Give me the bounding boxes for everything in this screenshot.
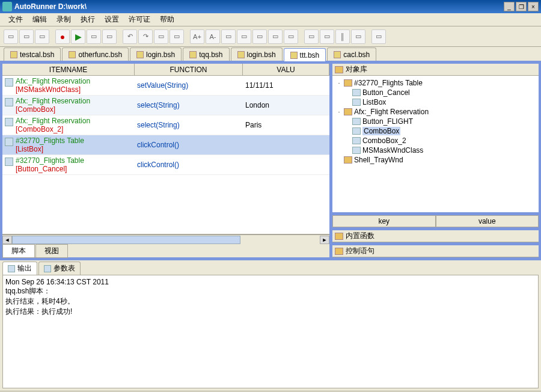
font-dec-icon[interactable]: A- xyxy=(206,29,220,44)
toolbar-btn-13[interactable]: ▭ xyxy=(320,29,334,44)
tab-view[interactable]: 视图 xyxy=(35,244,68,258)
font-inc-icon[interactable]: A+ xyxy=(190,29,204,44)
control-statements-panel[interactable]: 控制语句 xyxy=(332,245,539,258)
file-icon xyxy=(237,51,245,58)
record-icon[interactable]: ● xyxy=(55,29,70,44)
cell-value[interactable] xyxy=(243,144,329,146)
file-tab-label: login.bsh xyxy=(146,51,175,59)
cell-function[interactable]: setValue(String) xyxy=(135,80,243,91)
menu-bar: 文件编辑录制执行设置许可证帮助 xyxy=(0,13,541,26)
table-row[interactable]: Afx:_Flight Reservation[ComboBox]select(… xyxy=(2,96,329,115)
toolbar-btn-8[interactable]: ▭ xyxy=(237,29,251,44)
output-icon xyxy=(8,265,15,272)
kv-value-header[interactable]: value xyxy=(436,215,539,227)
toolbar-save-icon[interactable]: ▭ xyxy=(35,29,49,44)
tab-script[interactable]: 脚本 xyxy=(2,244,35,258)
close-button[interactable]: × xyxy=(528,2,539,11)
toolbar-btn-14[interactable]: ║ xyxy=(335,29,350,44)
table-row[interactable]: #32770_Flights Table[Button_Cancel]click… xyxy=(2,155,329,175)
cell-value[interactable]: Paris xyxy=(243,120,329,130)
cell-function[interactable]: clickControl() xyxy=(135,159,243,170)
file-tab-0[interactable]: testcal.bsh xyxy=(4,47,61,61)
tree-item[interactable]: Button_Cancel xyxy=(335,88,536,97)
menu-1[interactable]: 编辑 xyxy=(28,14,52,25)
toolbar-btn-12[interactable]: ▭ xyxy=(304,29,319,44)
col-itemname[interactable]: ITEMNAME xyxy=(2,64,135,75)
toolbar-btn-6[interactable]: ▭ xyxy=(170,29,184,44)
item-sub: [ComboBox_2] xyxy=(16,125,90,133)
toolbar-btn-5[interactable]: ▭ xyxy=(154,29,168,44)
cell-function[interactable]: select(String) xyxy=(135,100,243,111)
key-value-panel: key value xyxy=(332,215,539,228)
col-function[interactable]: FUNCTION xyxy=(135,64,243,75)
toolbar-btn-2[interactable]: ▭ xyxy=(102,29,117,44)
play-icon[interactable]: ▶ xyxy=(71,29,85,44)
file-tab-4[interactable]: login.bsh xyxy=(231,47,283,61)
table-row[interactable]: Afx:_Flight Reservation[MSMaskWndClass]s… xyxy=(2,76,329,96)
toolbar-btn-9[interactable]: ▭ xyxy=(252,29,267,44)
menu-4[interactable]: 设置 xyxy=(100,14,124,25)
app-icon xyxy=(2,2,12,11)
scroll-right-icon[interactable]: ► xyxy=(320,236,329,244)
toolbar-btn-3[interactable]: ↶ xyxy=(123,29,137,44)
tree-item[interactable]: MSMaskWndClass xyxy=(335,145,536,155)
toolbar-btn-1[interactable]: ▭ xyxy=(87,29,101,44)
scroll-left-icon[interactable]: ◄ xyxy=(2,236,12,244)
tab-output[interactable]: 输出 xyxy=(2,262,37,275)
minimize-button[interactable]: _ xyxy=(504,2,515,11)
tree-label: MSMaskWndClass xyxy=(362,146,423,155)
expand-icon[interactable]: - xyxy=(336,109,342,115)
folder-icon xyxy=(344,156,352,164)
tree-item[interactable]: ListBox xyxy=(335,97,536,107)
cell-value[interactable]: London xyxy=(243,100,329,111)
cell-value[interactable]: 11/11/11 xyxy=(243,80,329,91)
tree-item[interactable]: Shell_TrayWnd xyxy=(335,155,536,165)
cell-value[interactable] xyxy=(243,164,329,166)
file-tab-label: otherfunc.bsh xyxy=(78,51,122,59)
toolbar-btn-11[interactable]: ▭ xyxy=(284,29,298,44)
col-value[interactable]: VALU xyxy=(243,64,329,75)
output-text[interactable]: Mon Sep 26 16:34:13 CST 2011 tqq.bsh脚本： … xyxy=(2,275,539,388)
file-tab-1[interactable]: otherfunc.bsh xyxy=(62,47,129,61)
toolbar: ▭ ▭ ▭ ● ▶ ▭ ▭ ↶ ↷ ▭ ▭ A+ A- ▭ ▭ ▭ ▭ ▭ ▭ … xyxy=(0,26,541,47)
scroll-thumb[interactable] xyxy=(12,236,240,244)
toolbar-btn-10[interactable]: ▭ xyxy=(268,29,283,44)
menu-5[interactable]: 许可证 xyxy=(124,14,155,25)
tree-item[interactable]: -Afx:_Flight Reservation xyxy=(335,107,536,117)
toolbar-btn-7[interactable]: ▭ xyxy=(221,29,236,44)
toolbar-btn-4[interactable]: ↷ xyxy=(138,29,153,44)
item-sub: [ComboBox] xyxy=(16,105,90,114)
toolbar-open-icon[interactable]: ▭ xyxy=(19,29,34,44)
file-tabs: testcal.bshotherfunc.bshlogin.bshtqq.bsh… xyxy=(0,47,541,61)
toolbar-new-icon[interactable]: ▭ xyxy=(4,29,18,44)
cell-function[interactable]: select(String) xyxy=(135,120,243,130)
object-tree[interactable]: -#32770_Flights TableButton_CancelListBo… xyxy=(332,76,539,212)
toolbar-btn-15[interactable]: ▭ xyxy=(351,29,365,44)
tree-item[interactable]: ComboBox xyxy=(335,126,536,136)
tree-item[interactable]: Button_FLIGHT xyxy=(335,117,536,126)
toolbar-btn-16[interactable]: ▭ xyxy=(371,29,386,44)
file-tab-5[interactable]: ttt.bsh xyxy=(284,48,326,61)
menu-3[interactable]: 执行 xyxy=(76,14,100,25)
horizontal-scrollbar[interactable]: ◄ ► xyxy=(2,234,329,244)
output-area: 输出 参数表 Mon Sep 26 16:34:13 CST 2011 tqq.… xyxy=(0,260,541,391)
menu-6[interactable]: 帮助 xyxy=(155,14,179,25)
table-row[interactable]: Afx:_Flight Reservation[ComboBox_2]selec… xyxy=(2,115,329,135)
builtin-functions-panel[interactable]: 内置函数 xyxy=(332,230,539,243)
expand-icon[interactable]: - xyxy=(336,80,342,86)
tree-item[interactable]: -#32770_Flights Table xyxy=(335,78,536,88)
menu-0[interactable]: 文件 xyxy=(4,14,28,25)
tab-params[interactable]: 参数表 xyxy=(38,262,81,275)
restore-button[interactable]: ❐ xyxy=(516,2,527,11)
file-tab-2[interactable]: login.bsh xyxy=(130,47,182,61)
table-row[interactable]: #32770_Flights Table[ListBox]clickContro… xyxy=(2,135,329,155)
menu-2[interactable]: 录制 xyxy=(52,14,76,25)
kv-key-header[interactable]: key xyxy=(332,215,436,227)
file-icon xyxy=(136,51,144,58)
file-tab-6[interactable]: cacl.bsh xyxy=(327,47,376,61)
file-tab-3[interactable]: tqq.bsh xyxy=(183,47,229,61)
tree-item[interactable]: ComboBox_2 xyxy=(335,136,536,145)
tree-label: Afx:_Flight Reservation xyxy=(354,108,429,116)
cell-function[interactable]: clickControl() xyxy=(135,139,243,150)
tree-label: Button_FLIGHT xyxy=(362,117,413,126)
